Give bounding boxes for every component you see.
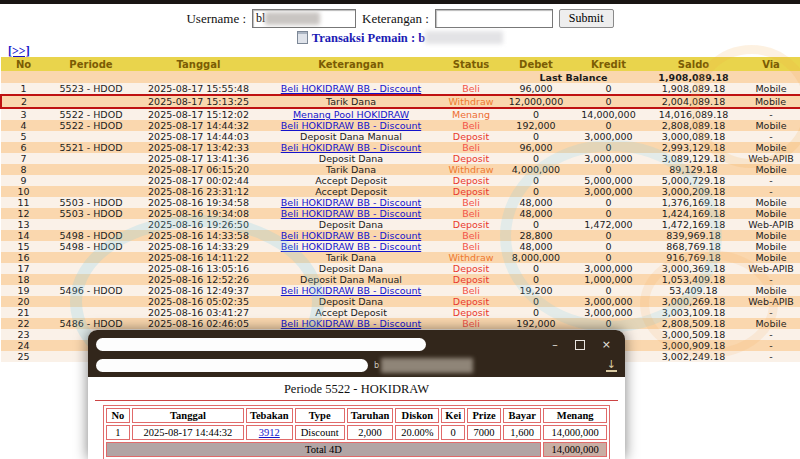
cell-via: Mobile [741,142,800,153]
keterangan-link[interactable]: Beli HOKIDRAW BB - Discount [281,241,421,252]
username-redacted-blur [265,12,320,25]
popup-cell: 0 [441,425,465,440]
cell-no: 20 [1,296,46,307]
cell-tanggal: 2025-08-16 12:49:37 [136,285,261,296]
cell-saldo: 3,000,369.18 [646,263,741,274]
popup-titlebar[interactable]: – × b ↓ [88,330,625,377]
cell-status: Beli [441,120,501,131]
cell-kredit: 1,472,000 [571,219,646,230]
cell-tanggal: 2025-08-17 13:42:33 [136,142,261,153]
cell-debet: 96,000 [501,142,571,153]
cell-kredit: 0 [571,230,646,241]
keterangan-link[interactable]: Beli HOKIDRAW BB - Discount [281,285,421,296]
keterangan-link[interactable]: Beli HOKIDRAW BB - Discount [281,142,421,153]
keterangan-link[interactable]: Beli HOKIDRAW BB - Discount [281,83,421,94]
cell-keterangan: Menang Pool HOKIDRAW [261,108,441,120]
cell-keterangan: Tarik Dana [261,252,441,263]
transaction-table: NoPeriodeTanggalKeteranganStatusDebetKre… [0,57,800,362]
keterangan-input[interactable] [435,9,553,28]
minimize-icon[interactable]: – [552,339,558,350]
cell-via: Mobile [741,95,800,108]
close-icon[interactable]: × [602,339,611,350]
cell-saldo: 2,808,509.18 [646,318,741,329]
total-4d-value: 14,000,000 [543,442,607,457]
keterangan-link[interactable]: Beli HOKIDRAW BB - Discount [281,318,421,329]
keterangan-link[interactable]: Menang Pool HOKIDRAW [293,109,409,120]
keterangan-link[interactable]: Beli HOKIDRAW BB - Discount [281,120,421,131]
cell-status: Beli [441,208,501,219]
cell-kredit: 0 [571,95,646,108]
popup-table-row: 12025-08-17 14:44:323912Discount2,00020.… [106,425,607,440]
cell-debet: 0 [501,219,571,230]
cell-keterangan: Beli HOKIDRAW BB - Discount [261,285,441,296]
cell-tanggal: 2025-08-16 23:31:12 [136,186,261,197]
cell-periode [46,186,136,197]
cell-tanggal: 2025-08-16 19:34:08 [136,208,261,219]
tebakan-link[interactable]: 3912 [259,427,280,438]
cell-keterangan: Beli HOKIDRAW BB - Discount [261,230,441,241]
cell-periode: 5503 - HDOD [46,208,136,219]
popup-title: Periode 5522 - HOKIDRAW [88,382,625,397]
table-row: 82025-08-17 06:15:20Tarik DanaWithdraw4,… [1,164,800,175]
cell-kredit: 3,000,000 [571,296,646,307]
cell-debet: 12,000,000 [501,95,571,108]
total-4d-label: Total 4D [106,442,541,457]
popup-cell: 2,000 [347,425,394,440]
popup-cell: 14,000,000 [543,425,607,440]
cell-periode: 5503 - HDOD [46,197,136,208]
cell-periode [46,219,136,230]
table-row: 22025-08-17 15:13:25Tarik DanaWithdraw12… [1,95,800,108]
keterangan-link[interactable]: Beli HOKIDRAW BB - Discount [281,230,421,241]
cell-saldo: 2,004,089.18 [646,95,741,108]
table-row: 125503 - HDOD2025-08-16 19:34:08Beli HOK… [1,208,800,219]
column-header: Status [441,57,501,71]
cell-kredit: 0 [571,120,646,131]
transaksi-header: Transaksi Pemain : b [0,31,800,46]
cell-tanggal: 2025-08-17 15:55:48 [136,83,261,95]
keterangan-link[interactable]: Beli HOKIDRAW BB - Discount [281,197,421,208]
cell-status: Deposit [441,175,501,186]
popup-cell: 2025-08-17 14:44:32 [132,425,244,440]
popup-column-header: Bayar [503,408,541,423]
download-icon[interactable]: ↓ [606,360,617,372]
cell-periode: 5521 - HDOD [46,142,136,153]
cell-via: Mobile [741,241,800,252]
cell-via: Web-APIB [741,296,800,307]
cell-tanggal: 2025-08-17 00:02:44 [136,175,261,186]
cell-saldo: 3,002,249.18 [646,351,741,362]
cell-no: 12 [1,208,46,219]
table-row: 72025-08-17 13:41:36Deposit DanaDeposit0… [1,153,800,164]
popup-cell: 1 [106,425,130,440]
cell-keterangan: Deposit Dana Manual [261,131,441,142]
cell-periode: 5522 - HDOD [46,108,136,120]
popup-column-header: Tebakan [246,408,293,423]
cell-status: Deposit [441,274,501,285]
username-input[interactable]: bl [252,9,356,28]
transaksi-link[interactable]: Transaksi [312,31,365,45]
cell-no: 19 [1,285,46,296]
cell-keterangan: Accept Deposit [261,307,441,318]
cell-debet: 96,000 [501,83,571,95]
maximize-icon[interactable] [575,340,585,350]
table-row: 92025-08-17 00:02:44Accept DepositDeposi… [1,175,800,186]
cell-periode: 5498 - HDOD [46,230,136,241]
cell-saldo: 839,969.18 [646,230,741,241]
cell-periode: 5496 - HDOD [46,285,136,296]
cell-keterangan: Beli HOKIDRAW BB - Discount [261,318,441,329]
popup-username-blur [381,358,473,373]
cell-saldo: 3,000,209.18 [646,186,741,197]
popup-column-header: Diskon [395,408,439,423]
popup-column-header: Type [295,408,345,423]
cell-saldo: 53,409.18 [646,285,741,296]
submit-button[interactable]: Submit [559,9,614,28]
cell-via: - [741,307,800,318]
cell-periode: 5522 - HDOD [46,120,136,131]
cell-status: Beli [441,318,501,329]
column-header: Tanggal [136,57,261,71]
table-header-row: NoPeriodeTanggalKeteranganStatusDebetKre… [1,57,800,71]
table-row: 182025-08-16 12:52:26Deposit Dana Manual… [1,274,800,285]
cell-status: Deposit [441,186,501,197]
search-form: Username : bl Keterangan : Submit [0,9,800,28]
keterangan-link[interactable]: Beli HOKIDRAW BB - Discount [281,208,421,219]
cell-periode: 5498 - HDOD [46,241,136,252]
